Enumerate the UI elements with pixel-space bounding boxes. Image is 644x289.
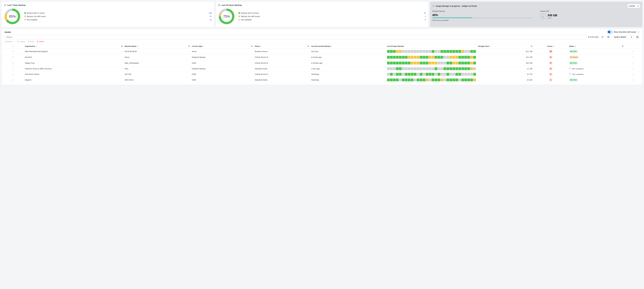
cell-last-backup: 1 hour ago xyxy=(310,66,386,72)
legend-item[interactable]: Backup, but with issues42 xyxy=(24,15,212,18)
row-more-button[interactable]: ⋮ xyxy=(624,60,642,66)
issues-toggle[interactable]: ✓ xyxy=(608,31,612,33)
sort-icon[interactable]: ▲▼ xyxy=(137,45,138,47)
swatch-icon xyxy=(24,12,26,14)
swatch-icon xyxy=(24,16,26,17)
select-all-checkbox[interactable] xyxy=(12,45,14,47)
table-row[interactable]: RaytechSRV-DB-01K365Standard Deskt…Yeste… xyxy=(2,77,642,83)
save-view-button[interactable] xyxy=(635,35,640,39)
cell-license: Endpoint Backup xyxy=(191,66,254,72)
row-checkbox[interactable] xyxy=(12,68,14,70)
legend-value: 42 xyxy=(210,19,212,21)
cell-org: BonTech xyxy=(24,54,124,60)
columns-button[interactable] xyxy=(606,35,610,39)
check-icon: ✓ xyxy=(610,31,612,33)
backup-bars xyxy=(387,50,476,53)
kaseya-sub: used xyxy=(548,17,557,19)
issues-pill[interactable]: 1 xyxy=(549,79,552,81)
view-select[interactable]: System default ▾ xyxy=(612,35,634,39)
row-checkbox[interactable] xyxy=(12,73,14,75)
history-icon xyxy=(218,4,220,6)
status-online: Online xyxy=(569,62,578,65)
table-row[interactable]: Able Manufacturing England00:39:3h:6b:89… xyxy=(2,49,642,54)
issues-pill[interactable]: 16 xyxy=(549,50,552,53)
legend-label: Backup with no issues xyxy=(27,12,208,14)
row-checkbox[interactable] xyxy=(12,79,14,81)
status-progress: 75% completed xyxy=(569,73,624,75)
policy-action[interactable]: Policy xyxy=(28,41,34,43)
cell-org: Able Manufacturing England xyxy=(24,49,124,54)
info-icon[interactable]: i xyxy=(638,31,640,33)
kaseya-value: 345 GB xyxy=(548,14,557,17)
filter-icon[interactable]: ☰ xyxy=(121,45,122,47)
legend-item[interactable]: Backup with no issues24 xyxy=(238,12,426,14)
cell-policy: Critical Server B… xyxy=(254,54,310,60)
trend-icon xyxy=(432,5,434,7)
legend-label: Backup with no issues xyxy=(241,12,423,14)
license-dropdown[interactable]: License ▾ xyxy=(628,4,640,8)
cell-machine: Sam xyxy=(124,66,191,72)
legend-item[interactable]: Backup with no issues168 xyxy=(24,12,212,14)
filter-icon[interactable]: ☰ xyxy=(251,45,253,47)
delete-action[interactable]: Delete xyxy=(37,41,44,43)
cell-storage: 30.2 GB xyxy=(477,49,534,54)
issues-pill[interactable]: 4 xyxy=(549,56,552,59)
row-checkbox[interactable] xyxy=(12,51,14,53)
issues-pill[interactable]: 6 xyxy=(549,67,552,70)
cell-storage: 8.3 TB xyxy=(477,72,534,77)
row-more-button[interactable]: ⋮ xyxy=(624,49,642,54)
table-row[interactable]: Peterson Home & Office ServicesSamEndpoi… xyxy=(2,66,642,72)
refresh-button[interactable] xyxy=(600,35,604,39)
row-more-button[interactable]: ⋮ xyxy=(624,66,642,72)
sort-icon[interactable]: ▲▼ xyxy=(331,45,332,47)
dropdown-label: License xyxy=(629,5,635,7)
cell-machine: SRV-DB-01 xyxy=(124,77,191,83)
row-more-button[interactable]: ⋮ xyxy=(624,54,642,60)
sort-icon[interactable]: ▲▼ xyxy=(203,45,204,47)
panel-title: Assets xyxy=(4,31,11,33)
license-action[interactable]: License xyxy=(17,41,25,43)
sort-icon[interactable]: ▲▼ xyxy=(260,45,262,47)
cell-policy: Critical Server B… xyxy=(254,60,310,66)
backup-bars xyxy=(387,79,476,81)
sort-icon[interactable]: ▲▼ xyxy=(490,45,490,47)
issues-pill[interactable]: 9 xyxy=(549,62,552,65)
backup-bars xyxy=(387,62,476,65)
legend-item[interactable]: Not available6 xyxy=(238,19,426,21)
filter-icon[interactable]: ☰ xyxy=(188,45,190,47)
filter-icon[interactable]: ☰ xyxy=(622,45,624,47)
sort-icon[interactable]: ▲▼ xyxy=(36,45,37,47)
row-more-button[interactable]: ⋮ xyxy=(624,77,642,83)
spinner-icon xyxy=(569,68,571,70)
legend-value: 24 xyxy=(424,12,426,14)
cell-license: K365 xyxy=(191,72,254,77)
cell-policy: Standard Deskt… xyxy=(254,66,310,72)
sort-icon[interactable]: ▲▼ xyxy=(553,45,554,47)
table-row[interactable]: Happy FrogMain_WorkstationK365Critical S… xyxy=(2,60,642,66)
sort-icon[interactable]: ▲▼ xyxy=(575,45,576,47)
legend-item[interactable]: Not available42 xyxy=(24,19,212,21)
issues-pill[interactable]: 3 xyxy=(549,73,552,76)
legend-label: Not available xyxy=(241,19,424,21)
spinner-icon xyxy=(569,73,571,75)
cell-org: Happy Frog xyxy=(24,60,124,66)
filter-icon[interactable]: ☰ xyxy=(308,45,309,47)
card-title: Last 24 Hours Backup xyxy=(222,4,242,6)
table-row[interactable]: Pine Bush SchoolSIP-T56K365Critical Serv… xyxy=(2,72,642,77)
donut-percent: 65% xyxy=(9,15,16,19)
table-row[interactable]: BonTechHenryEndpoint BackupCritical Serv… xyxy=(2,54,642,60)
filter-icon[interactable]: ☰ xyxy=(531,45,532,47)
chevron-down-icon: ▾ xyxy=(631,36,632,38)
cell-license: K365 xyxy=(191,60,254,66)
row-checkbox[interactable] xyxy=(12,56,14,58)
endpoint-sub: 596 licenses available xyxy=(432,19,532,21)
row-more-button[interactable]: ⋮ xyxy=(624,72,642,77)
search-input[interactable] xyxy=(4,35,586,39)
row-checkbox[interactable] xyxy=(12,62,14,64)
cell-machine: 00:39:3h:6b:89 xyxy=(124,49,191,54)
legend-item[interactable]: Backup, but with issues2 xyxy=(238,15,426,18)
chevron-down-icon: ▾ xyxy=(638,5,638,7)
cell-org: Raytech xyxy=(24,77,124,83)
svg-point-7 xyxy=(18,41,18,42)
refresh-icon xyxy=(4,4,6,6)
